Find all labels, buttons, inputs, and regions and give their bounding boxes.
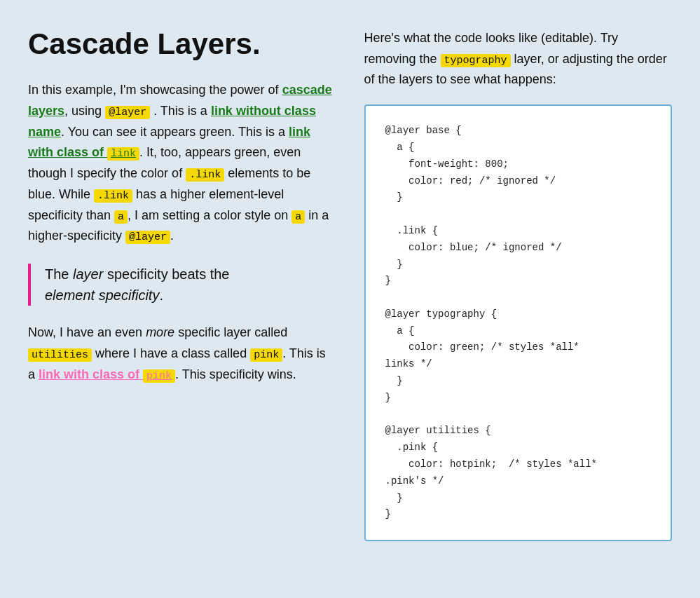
left-column: Cascade Layers. In this example, I'm sho…: [28, 28, 336, 541]
para1-plain2: , using: [64, 104, 102, 118]
code-editor[interactable]: @layer base { a { font-weight: 800; colo…: [364, 104, 673, 541]
right-intro: Here's what the code looks like (editabl…: [364, 28, 673, 90]
body-text: In this example, I'm showcasing the powe…: [28, 80, 336, 385]
page-heading: Cascade Layers.: [28, 28, 336, 60]
para1-plain3: . This is a: [153, 104, 207, 118]
para1-plain4: . You can see it appears green. This is …: [61, 125, 285, 139]
page-layout: Cascade Layers. In this example, I'm sho…: [28, 28, 672, 541]
typography-highlight: typography: [441, 54, 511, 67]
a-code-1: a: [114, 210, 128, 224]
link-with-class-pink-link[interactable]: link with class of pink: [39, 367, 175, 381]
paragraph-2: Now, I have an even more specific layer …: [28, 322, 336, 385]
at-layer-code-1: @layer: [105, 106, 150, 119]
utilities-code: utilities: [28, 348, 92, 362]
dot-link-code-2: .link: [94, 189, 132, 203]
para1-plain1: In this example, I'm showcasing the powe…: [28, 83, 279, 97]
pink-highlight-inline: pink: [143, 369, 175, 383]
right-column: Here's what the code looks like (editabl…: [364, 28, 673, 541]
at-layer-code-2: @layer: [125, 231, 170, 244]
pink-code-1: pink: [250, 348, 282, 362]
blockquote: The layer specificity beats the element …: [28, 264, 336, 306]
blockquote-text: The layer specificity beats the element …: [45, 264, 336, 306]
para1-plain10: .: [170, 229, 174, 243]
paragraph-1: In this example, I'm showcasing the powe…: [28, 80, 336, 247]
link-class-highlight-1: link: [107, 147, 139, 161]
para1-plain8: , I am setting a color style on: [128, 208, 288, 222]
dot-link-code-1: .link: [186, 168, 224, 182]
more-em: more: [146, 325, 174, 339]
a-code-2: a: [291, 210, 305, 224]
